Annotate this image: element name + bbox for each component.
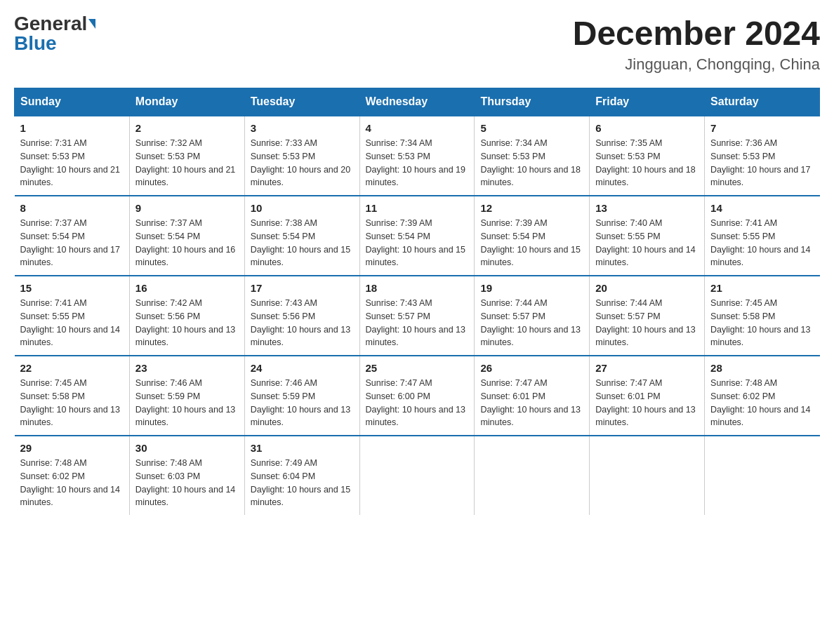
day-cell <box>475 436 590 515</box>
day-info: Sunrise: 7:32 AMSunset: 5:53 PMDaylight:… <box>135 137 239 189</box>
header-sunday: Sunday <box>15 88 130 116</box>
day-info: Sunrise: 7:48 AMSunset: 6:02 PMDaylight:… <box>710 377 814 429</box>
day-info: Sunrise: 7:34 AMSunset: 5:53 PMDaylight:… <box>366 137 469 189</box>
day-cell: 13 Sunrise: 7:40 AMSunset: 5:55 PMDaylig… <box>590 196 705 276</box>
logo-blue-text: Blue <box>14 34 57 53</box>
day-info: Sunrise: 7:33 AMSunset: 5:53 PMDaylight:… <box>251 137 354 189</box>
week-row-2: 8 Sunrise: 7:37 AMSunset: 5:54 PMDayligh… <box>15 196 820 276</box>
day-number: 7 <box>710 122 814 134</box>
day-number: 16 <box>135 282 239 294</box>
day-info: Sunrise: 7:43 AMSunset: 5:57 PMDaylight:… <box>366 297 469 349</box>
day-number: 1 <box>20 122 124 134</box>
day-cell: 21 Sunrise: 7:45 AMSunset: 5:58 PMDaylig… <box>705 276 820 356</box>
day-info: Sunrise: 7:44 AMSunset: 5:57 PMDaylight:… <box>595 297 699 349</box>
day-info: Sunrise: 7:47 AMSunset: 6:00 PMDaylight:… <box>366 377 469 429</box>
day-cell: 5 Sunrise: 7:34 AMSunset: 5:53 PMDayligh… <box>475 116 590 196</box>
week-row-1: 1 Sunrise: 7:31 AMSunset: 5:53 PMDayligh… <box>15 116 820 196</box>
header-tuesday: Tuesday <box>244 88 359 116</box>
day-number: 28 <box>710 362 814 374</box>
day-number: 26 <box>480 362 583 374</box>
location-text: Jingguan, Chongqing, China <box>573 55 820 74</box>
title-section: December 2024 Jingguan, Chongqing, China <box>573 14 820 74</box>
day-cell: 25 Sunrise: 7:47 AMSunset: 6:00 PMDaylig… <box>359 356 475 436</box>
day-number: 10 <box>251 202 354 214</box>
day-number: 11 <box>366 202 469 214</box>
day-number: 2 <box>135 122 239 134</box>
month-title: December 2024 <box>573 14 820 53</box>
day-cell: 12 Sunrise: 7:39 AMSunset: 5:54 PMDaylig… <box>475 196 590 276</box>
day-info: Sunrise: 7:42 AMSunset: 5:56 PMDaylight:… <box>135 297 239 349</box>
day-number: 13 <box>595 202 699 214</box>
day-cell: 20 Sunrise: 7:44 AMSunset: 5:57 PMDaylig… <box>590 276 705 356</box>
day-number: 3 <box>251 122 354 134</box>
day-info: Sunrise: 7:39 AMSunset: 5:54 PMDaylight:… <box>366 217 469 269</box>
day-number: 21 <box>710 282 814 294</box>
day-info: Sunrise: 7:31 AMSunset: 5:53 PMDaylight:… <box>20 137 124 189</box>
page-header: General Blue December 2024 Jingguan, Cho… <box>14 14 820 74</box>
day-cell: 31 Sunrise: 7:49 AMSunset: 6:04 PMDaylig… <box>244 436 359 515</box>
day-number: 24 <box>251 362 354 374</box>
day-info: Sunrise: 7:37 AMSunset: 5:54 PMDaylight:… <box>20 217 124 269</box>
day-info: Sunrise: 7:45 AMSunset: 5:58 PMDaylight:… <box>20 377 124 429</box>
week-row-5: 29 Sunrise: 7:48 AMSunset: 6:02 PMDaylig… <box>15 436 820 515</box>
day-info: Sunrise: 7:41 AMSunset: 5:55 PMDaylight:… <box>20 297 124 349</box>
day-number: 22 <box>20 362 124 374</box>
day-number: 15 <box>20 282 124 294</box>
header-friday: Friday <box>590 88 705 116</box>
logo-general-text: General <box>14 14 87 34</box>
day-cell <box>590 436 705 515</box>
day-info: Sunrise: 7:44 AMSunset: 5:57 PMDaylight:… <box>480 297 583 349</box>
day-info: Sunrise: 7:40 AMSunset: 5:55 PMDaylight:… <box>595 217 699 269</box>
day-cell: 1 Sunrise: 7:31 AMSunset: 5:53 PMDayligh… <box>15 116 130 196</box>
header-monday: Monday <box>129 88 244 116</box>
day-number: 29 <box>20 442 124 454</box>
day-number: 23 <box>135 362 239 374</box>
day-number: 8 <box>20 202 124 214</box>
day-cell: 18 Sunrise: 7:43 AMSunset: 5:57 PMDaylig… <box>359 276 475 356</box>
day-cell: 10 Sunrise: 7:38 AMSunset: 5:54 PMDaylig… <box>244 196 359 276</box>
header-row: SundayMondayTuesdayWednesdayThursdayFrid… <box>15 88 820 116</box>
day-cell: 11 Sunrise: 7:39 AMSunset: 5:54 PMDaylig… <box>359 196 475 276</box>
day-info: Sunrise: 7:35 AMSunset: 5:53 PMDaylight:… <box>595 137 699 189</box>
day-cell: 19 Sunrise: 7:44 AMSunset: 5:57 PMDaylig… <box>475 276 590 356</box>
day-info: Sunrise: 7:43 AMSunset: 5:56 PMDaylight:… <box>251 297 354 349</box>
day-cell: 17 Sunrise: 7:43 AMSunset: 5:56 PMDaylig… <box>244 276 359 356</box>
day-number: 20 <box>595 282 699 294</box>
day-info: Sunrise: 7:47 AMSunset: 6:01 PMDaylight:… <box>480 377 583 429</box>
day-cell: 8 Sunrise: 7:37 AMSunset: 5:54 PMDayligh… <box>15 196 130 276</box>
day-number: 6 <box>595 122 699 134</box>
day-number: 30 <box>135 442 239 454</box>
day-cell: 23 Sunrise: 7:46 AMSunset: 5:59 PMDaylig… <box>129 356 244 436</box>
header-saturday: Saturday <box>705 88 820 116</box>
logo-triangle-icon <box>88 19 95 29</box>
day-number: 5 <box>480 122 583 134</box>
day-info: Sunrise: 7:41 AMSunset: 5:55 PMDaylight:… <box>710 217 814 269</box>
day-info: Sunrise: 7:48 AMSunset: 6:02 PMDaylight:… <box>20 457 124 509</box>
day-cell: 6 Sunrise: 7:35 AMSunset: 5:53 PMDayligh… <box>590 116 705 196</box>
day-number: 9 <box>135 202 239 214</box>
day-number: 19 <box>480 282 583 294</box>
day-cell: 2 Sunrise: 7:32 AMSunset: 5:53 PMDayligh… <box>129 116 244 196</box>
day-cell: 15 Sunrise: 7:41 AMSunset: 5:55 PMDaylig… <box>15 276 130 356</box>
day-cell: 3 Sunrise: 7:33 AMSunset: 5:53 PMDayligh… <box>244 116 359 196</box>
week-row-4: 22 Sunrise: 7:45 AMSunset: 5:58 PMDaylig… <box>15 356 820 436</box>
day-info: Sunrise: 7:46 AMSunset: 5:59 PMDaylight:… <box>135 377 239 429</box>
day-cell: 9 Sunrise: 7:37 AMSunset: 5:54 PMDayligh… <box>129 196 244 276</box>
day-info: Sunrise: 7:39 AMSunset: 5:54 PMDaylight:… <box>480 217 583 269</box>
day-cell: 4 Sunrise: 7:34 AMSunset: 5:53 PMDayligh… <box>359 116 475 196</box>
week-row-3: 15 Sunrise: 7:41 AMSunset: 5:55 PMDaylig… <box>15 276 820 356</box>
day-number: 27 <box>595 362 699 374</box>
day-number: 18 <box>366 282 469 294</box>
day-cell: 14 Sunrise: 7:41 AMSunset: 5:55 PMDaylig… <box>705 196 820 276</box>
header-wednesday: Wednesday <box>359 88 475 116</box>
day-number: 4 <box>366 122 469 134</box>
day-number: 17 <box>251 282 354 294</box>
day-info: Sunrise: 7:47 AMSunset: 6:01 PMDaylight:… <box>595 377 699 429</box>
day-info: Sunrise: 7:46 AMSunset: 5:59 PMDaylight:… <box>251 377 354 429</box>
day-cell <box>359 436 475 515</box>
day-info: Sunrise: 7:45 AMSunset: 5:58 PMDaylight:… <box>710 297 814 349</box>
logo: General Blue <box>14 14 95 53</box>
day-number: 14 <box>710 202 814 214</box>
day-info: Sunrise: 7:34 AMSunset: 5:53 PMDaylight:… <box>480 137 583 189</box>
day-info: Sunrise: 7:49 AMSunset: 6:04 PMDaylight:… <box>251 457 354 509</box>
